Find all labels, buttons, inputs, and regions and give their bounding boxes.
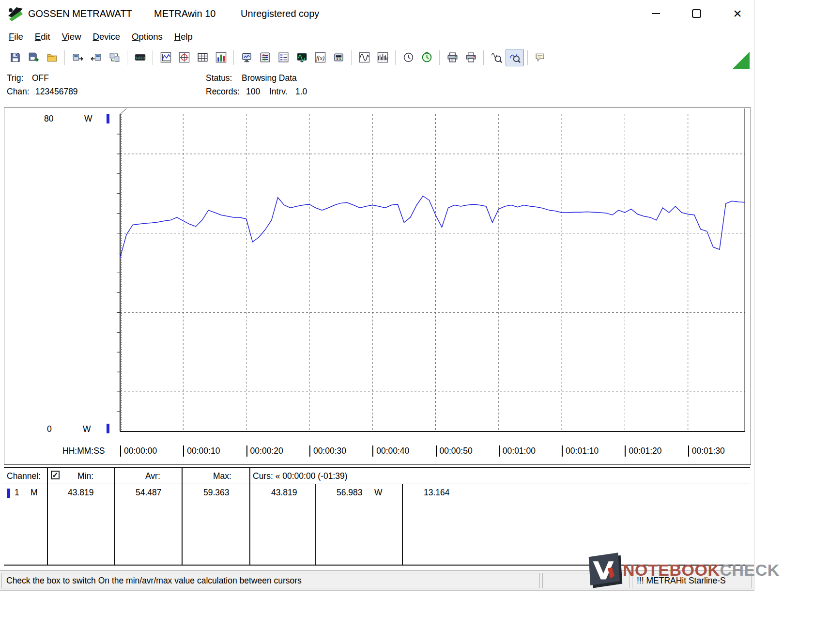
minimize-button[interactable] bbox=[644, 2, 667, 25]
chart-panel: 80 W 0 W HH:MM:SS 00:00:0000:00:1000:00:… bbox=[4, 107, 751, 465]
floppy-icon bbox=[10, 52, 21, 63]
toolbar-separator bbox=[439, 50, 440, 65]
table-column-divider bbox=[315, 484, 316, 565]
filter-wave-button[interactable] bbox=[373, 49, 392, 66]
header-cursors: Curs: « 00:00:00 (-01:39) bbox=[253, 471, 348, 481]
x-tick-label: 00:01:20 bbox=[625, 445, 661, 457]
device-panel-button[interactable] bbox=[329, 49, 348, 66]
x-axis-labels: 00:00:0000:00:1000:00:2000:00:3000:00:40… bbox=[4, 445, 751, 459]
cell-channel-unit: M bbox=[31, 488, 38, 498]
cell-channel-number: 1 bbox=[15, 488, 19, 498]
table-view-button[interactable] bbox=[193, 49, 212, 66]
zoom-mode-button[interactable] bbox=[506, 49, 524, 66]
toolbar-separator bbox=[395, 50, 396, 65]
header-channel: Channel: bbox=[7, 471, 41, 481]
download-device-button[interactable] bbox=[87, 49, 105, 66]
chart-plot-area[interactable] bbox=[4, 108, 750, 463]
monitor-config-icon bbox=[241, 52, 252, 63]
device-settings-button[interactable] bbox=[256, 49, 274, 66]
download-device-icon bbox=[91, 52, 102, 63]
notebookcheck-logo-icon bbox=[584, 550, 623, 590]
header-max: Max: bbox=[213, 471, 231, 481]
toolbar-separator bbox=[153, 50, 153, 65]
print-button[interactable] bbox=[461, 49, 480, 66]
table-column-divider bbox=[182, 468, 183, 565]
green-timer-icon bbox=[421, 52, 432, 63]
bar-graph-button[interactable] bbox=[212, 49, 230, 66]
menu-view[interactable]: View bbox=[56, 30, 87, 44]
toolbar-separator bbox=[351, 50, 352, 65]
x-tick-label: 00:00:00 bbox=[120, 445, 157, 457]
transfer-device-icon bbox=[109, 52, 120, 63]
cell-min: 43.819 bbox=[68, 488, 94, 498]
close-icon: × bbox=[733, 5, 742, 22]
records-value: 100 bbox=[246, 87, 260, 97]
y-axis-min-unit: W bbox=[83, 424, 91, 434]
x-tick-label: 00:01:10 bbox=[562, 445, 599, 457]
x-tick-label: 00:00:20 bbox=[246, 445, 283, 457]
printer-preview-icon bbox=[447, 52, 458, 63]
x-tick-label: 00:00:40 bbox=[372, 445, 409, 457]
brand-title: GOSSEN METRAWATT bbox=[28, 8, 132, 19]
upload-device-icon bbox=[72, 52, 83, 63]
resize-grip-indicator bbox=[732, 52, 750, 69]
header-min: Min: bbox=[77, 471, 93, 481]
app-window: GOSSEN METRAWATT METRAwin 10 Unregistere… bbox=[0, 0, 754, 591]
formula-icon: f(x) bbox=[315, 52, 326, 63]
formula-button[interactable]: f(x) bbox=[311, 49, 329, 66]
cell-cursor-delta: 13.164 bbox=[424, 488, 450, 498]
menu-options[interactable]: Options bbox=[126, 30, 169, 44]
x-tick-label: 00:00:50 bbox=[436, 445, 473, 457]
channel-list-button[interactable] bbox=[274, 49, 292, 66]
monitor-view-button[interactable] bbox=[292, 49, 311, 66]
close-button[interactable]: × bbox=[726, 2, 749, 25]
scope-monitor-icon bbox=[296, 52, 307, 63]
minmax-between-cursors-checkbox[interactable]: ✓ bbox=[51, 471, 60, 479]
save-button[interactable] bbox=[6, 49, 24, 66]
menu-device[interactable]: Device bbox=[87, 30, 126, 44]
x-tick-label: 00:00:30 bbox=[309, 445, 346, 457]
statusbar-message-panel: Check the box to switch On the min/avr/m… bbox=[1, 573, 540, 588]
numeric-display-button[interactable]: 1223 bbox=[131, 49, 149, 66]
svg-text:f(x): f(x) bbox=[316, 55, 324, 61]
transfer-device-button[interactable] bbox=[105, 49, 123, 66]
instrument-icon bbox=[333, 52, 344, 63]
cell-avr: 54.487 bbox=[136, 488, 162, 498]
monitor-config-button[interactable] bbox=[237, 49, 256, 66]
app-title: METRAwin 10 bbox=[154, 8, 215, 19]
x-tick-label: 00:01:30 bbox=[688, 445, 725, 457]
channel-color-marker bbox=[7, 489, 10, 498]
table-column-divider bbox=[114, 468, 115, 565]
timer-button[interactable] bbox=[417, 49, 436, 66]
menu-help[interactable]: Help bbox=[169, 30, 199, 44]
clock-icon bbox=[403, 52, 414, 63]
toolbar-separator bbox=[233, 50, 234, 65]
yt-chart-button[interactable] bbox=[156, 49, 175, 66]
open-folder-icon bbox=[46, 52, 58, 63]
table-column-divider bbox=[47, 468, 48, 565]
analog-wave-button[interactable] bbox=[355, 49, 373, 66]
trig-value: OFF bbox=[32, 73, 49, 83]
zoom-wave-icon bbox=[491, 52, 502, 63]
save-as-button[interactable] bbox=[24, 49, 43, 66]
cursor-marker-bottom[interactable] bbox=[107, 424, 109, 433]
upload-device-button[interactable] bbox=[68, 49, 87, 66]
print-preview-button[interactable] bbox=[443, 49, 461, 66]
history-clock-button[interactable] bbox=[399, 49, 417, 66]
menu-file[interactable]: File bbox=[3, 30, 29, 44]
open-button[interactable] bbox=[43, 49, 61, 66]
maximize-button[interactable] bbox=[685, 2, 708, 25]
toolbar-separator bbox=[483, 50, 484, 65]
xy-chart-button[interactable] bbox=[175, 49, 193, 66]
menu-edit[interactable]: Edit bbox=[29, 30, 56, 44]
zoom-signal-button[interactable] bbox=[487, 49, 506, 66]
cell-cursor-unit: W bbox=[374, 488, 383, 498]
table-column-divider bbox=[402, 484, 403, 565]
floppy-export-icon bbox=[28, 52, 39, 63]
annotation-button[interactable] bbox=[531, 49, 550, 66]
crosshair-chart-icon bbox=[179, 52, 190, 63]
cell-max: 59.363 bbox=[203, 488, 230, 498]
cursor-marker-top[interactable] bbox=[107, 114, 109, 123]
records-label: Records: bbox=[206, 87, 240, 97]
watermark-text-notebook: NOTEBOOK bbox=[623, 550, 720, 590]
